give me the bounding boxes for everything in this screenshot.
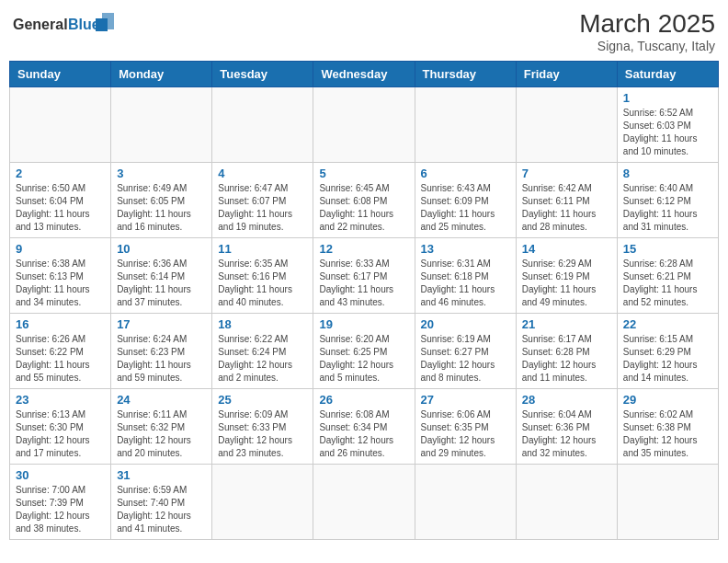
header-wednesday: Wednesday: [313, 62, 415, 87]
day-19: 19 Sunrise: 6:20 AMSunset: 6:25 PMDaylig…: [313, 314, 415, 389]
day-26: 26 Sunrise: 6:08 AMSunset: 6:34 PMDaylig…: [313, 389, 415, 465]
generalblue-logo: General Blue: [13, 9, 114, 46]
day-empty: [415, 87, 516, 163]
day-17: 17 Sunrise: 6:24 AMSunset: 6:23 PMDaylig…: [111, 314, 212, 389]
calendar-row-2: 2 Sunrise: 6:50 AMSunset: 6:04 PMDayligh…: [10, 163, 719, 238]
day-2: 2 Sunrise: 6:50 AMSunset: 6:04 PMDayligh…: [10, 163, 111, 238]
day-25: 25 Sunrise: 6:09 AMSunset: 6:33 PMDaylig…: [212, 389, 313, 465]
day-7: 7 Sunrise: 6:42 AMSunset: 6:11 PMDayligh…: [516, 163, 617, 238]
day-empty: [212, 465, 313, 540]
day-27: 27 Sunrise: 6:06 AMSunset: 6:35 PMDaylig…: [415, 389, 516, 465]
day-empty: [617, 465, 718, 540]
day-18: 18 Sunrise: 6:22 AMSunset: 6:24 PMDaylig…: [212, 314, 313, 389]
header-sunday: Sunday: [10, 62, 111, 87]
day-30: 30 Sunrise: 7:00 AMSunset: 7:39 PMDaylig…: [10, 465, 111, 540]
day-14: 14 Sunrise: 6:29 AMSunset: 6:19 PMDaylig…: [516, 238, 617, 314]
day-5: 5 Sunrise: 6:45 AMSunset: 6:08 PMDayligh…: [313, 163, 415, 238]
day-28: 28 Sunrise: 6:04 AMSunset: 6:36 PMDaylig…: [516, 389, 617, 465]
day-empty: [111, 87, 212, 163]
day-6: 6 Sunrise: 6:43 AMSunset: 6:09 PMDayligh…: [415, 163, 516, 238]
day-4: 4 Sunrise: 6:47 AMSunset: 6:07 PMDayligh…: [212, 163, 313, 238]
day-empty: [10, 87, 111, 163]
day-23: 23 Sunrise: 6:13 AMSunset: 6:30 PMDaylig…: [10, 389, 111, 465]
day-22: 22 Sunrise: 6:15 AMSunset: 6:29 PMDaylig…: [617, 314, 718, 389]
calendar-table: Sunday Monday Tuesday Wednesday Thursday…: [9, 61, 719, 540]
day-empty: [212, 87, 313, 163]
header-tuesday: Tuesday: [212, 62, 313, 87]
day-20: 20 Sunrise: 6:19 AMSunset: 6:27 PMDaylig…: [415, 314, 516, 389]
calendar-header-row: Sunday Monday Tuesday Wednesday Thursday…: [10, 62, 719, 87]
day-12: 12 Sunrise: 6:33 AMSunset: 6:17 PMDaylig…: [313, 238, 415, 314]
day-1: 1 Sunrise: 6:52 AM Sunset: 6:03 PM Dayli…: [617, 87, 718, 163]
header-thursday: Thursday: [415, 62, 516, 87]
day-empty: [313, 87, 415, 163]
month-year-title: March 2025: [579, 9, 715, 39]
day-empty: [516, 465, 617, 540]
day-8: 8 Sunrise: 6:40 AMSunset: 6:12 PMDayligh…: [617, 163, 718, 238]
day-empty: [516, 87, 617, 163]
location-subtitle: Signa, Tuscany, Italy: [579, 39, 715, 53]
header-friday: Friday: [516, 62, 617, 87]
header-monday: Monday: [111, 62, 212, 87]
day-1-info: Sunrise: 6:52 AM Sunset: 6:03 PM Dayligh…: [623, 107, 712, 158]
day-10: 10 Sunrise: 6:36 AMSunset: 6:14 PMDaylig…: [111, 238, 212, 314]
day-31: 31 Sunrise: 6:59 AMSunset: 7:40 PMDaylig…: [111, 465, 212, 540]
svg-text:Blue: Blue: [68, 17, 100, 32]
calendar-row-3: 9 Sunrise: 6:38 AMSunset: 6:13 PMDayligh…: [10, 238, 719, 314]
day-24: 24 Sunrise: 6:11 AMSunset: 6:32 PMDaylig…: [111, 389, 212, 465]
day-empty: [415, 465, 516, 540]
svg-marker-3: [96, 18, 108, 31]
day-16: 16 Sunrise: 6:26 AMSunset: 6:22 PMDaylig…: [10, 314, 111, 389]
calendar-row-1: 1 Sunrise: 6:52 AM Sunset: 6:03 PM Dayli…: [10, 87, 719, 163]
day-9: 9 Sunrise: 6:38 AMSunset: 6:13 PMDayligh…: [10, 238, 111, 314]
header-saturday: Saturday: [617, 62, 718, 87]
calendar-row-4: 16 Sunrise: 6:26 AMSunset: 6:22 PMDaylig…: [10, 314, 719, 389]
day-3: 3 Sunrise: 6:49 AMSunset: 6:05 PMDayligh…: [111, 163, 212, 238]
day-29: 29 Sunrise: 6:02 AMSunset: 6:38 PMDaylig…: [617, 389, 718, 465]
svg-text:General: General: [13, 17, 68, 32]
page-header: General Blue March 2025 Signa, Tuscany, …: [9, 9, 719, 53]
day-empty: [313, 465, 415, 540]
logo: General Blue: [13, 9, 114, 46]
day-11: 11 Sunrise: 6:35 AMSunset: 6:16 PMDaylig…: [212, 238, 313, 314]
day-13: 13 Sunrise: 6:31 AMSunset: 6:18 PMDaylig…: [415, 238, 516, 314]
day-15: 15 Sunrise: 6:28 AMSunset: 6:21 PMDaylig…: [617, 238, 718, 314]
title-area: March 2025 Signa, Tuscany, Italy: [579, 9, 715, 53]
calendar-row-6: 30 Sunrise: 7:00 AMSunset: 7:39 PMDaylig…: [10, 465, 719, 540]
calendar-row-5: 23 Sunrise: 6:13 AMSunset: 6:30 PMDaylig…: [10, 389, 719, 465]
day-21: 21 Sunrise: 6:17 AMSunset: 6:28 PMDaylig…: [516, 314, 617, 389]
